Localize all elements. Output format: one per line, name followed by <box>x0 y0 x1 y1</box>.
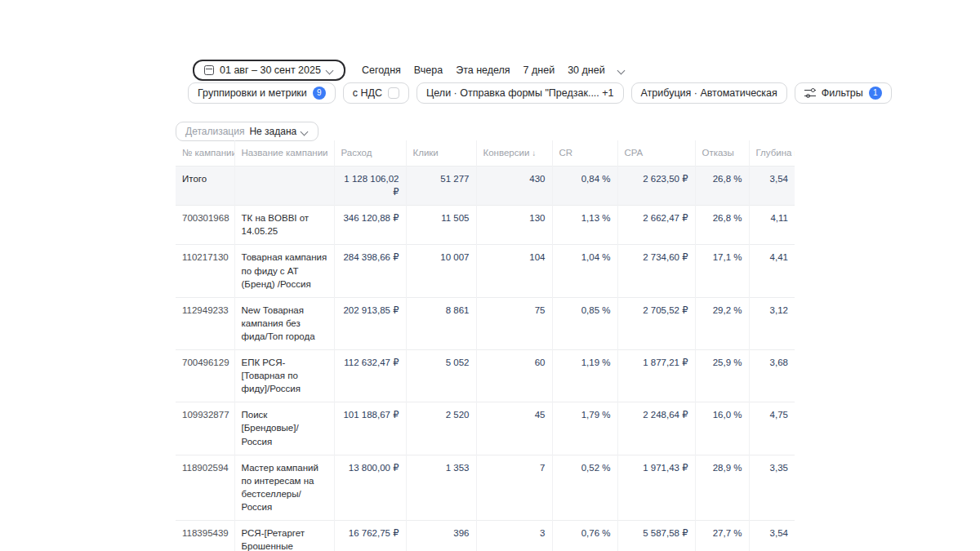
cell-conversions: 430 <box>476 167 552 206</box>
cell-cpa: 2 734,60 ₽ <box>617 245 695 297</box>
cell-cr: 1,79 % <box>552 402 617 455</box>
cell-spend: 101 188,67 ₽ <box>334 402 406 455</box>
attribution-button[interactable]: Атрибуция · Автоматическая <box>631 82 787 104</box>
cell-conversions: 75 <box>476 297 552 349</box>
filters-button[interactable]: Фильтры 1 <box>795 82 892 104</box>
cell-cr: 0,85 % <box>552 297 617 349</box>
table-header-row: № кампанииНазвание кампанииРасходКликиКо… <box>176 140 795 167</box>
cell-depth: 3,68 <box>749 350 795 402</box>
detail-selector[interactable]: Детализация Не задана <box>176 122 318 141</box>
cell-id[interactable]: 118395439 <box>176 520 234 551</box>
detail-value: Не задана <box>249 126 296 137</box>
cell-conversions: 60 <box>476 350 552 402</box>
cell-id[interactable]: 109932877 <box>176 402 234 455</box>
cell-bounce: 26,8 % <box>695 206 749 245</box>
filters-count-badge: 1 <box>869 87 882 100</box>
cell-id[interactable]: 112949233 <box>176 297 234 349</box>
cell-bounce: 25,9 % <box>695 350 749 402</box>
table-row: 112949233New Товарная кампания без фида/… <box>176 297 795 349</box>
cell-bounce: 29,2 % <box>695 297 749 349</box>
calendar-icon <box>204 65 214 75</box>
cell-spend: 13 800,00 ₽ <box>334 455 406 520</box>
cell-clicks: 5 052 <box>406 350 476 402</box>
date-range-value: 01 авг – 30 сент 2025 <box>220 64 321 76</box>
cell-cr: 0,52 % <box>552 455 617 520</box>
cell-clicks: 51 277 <box>406 167 476 206</box>
cell-bounce: 16,0 % <box>695 402 749 455</box>
column-header-cpa[interactable]: CPA <box>617 140 695 167</box>
cell-name[interactable]: ТК на BOBBI от 14.05.25 <box>234 206 334 245</box>
quick-range-yesterday[interactable]: Вчера <box>414 64 443 76</box>
cell-id[interactable]: 700301968 <box>176 206 234 245</box>
quick-range-today[interactable]: Сегодня <box>362 64 401 76</box>
cell-spend: 202 913,85 ₽ <box>334 297 406 349</box>
filters-label: Фильтры <box>822 87 863 99</box>
quick-range-this-week[interactable]: Эта неделя <box>456 64 510 76</box>
cell-depth: 4,75 <box>749 402 795 455</box>
cell-depth: 3,54 <box>749 167 795 206</box>
table-row: 700301968ТК на BOBBI от 14.05.25346 120,… <box>176 206 795 245</box>
chevron-down-icon[interactable] <box>618 67 626 74</box>
cell-cpa: 5 587,58 ₽ <box>617 520 695 551</box>
column-header-name[interactable]: Название кампании <box>234 140 334 167</box>
date-range-picker[interactable]: 01 авг – 30 сент 2025 <box>193 60 345 81</box>
filter-sliders-icon <box>804 88 816 98</box>
cell-cr: 0,76 % <box>552 520 617 551</box>
quick-range-7-days[interactable]: 7 дней <box>523 64 555 76</box>
cell-name[interactable]: Товарная кампания по фиду с АТ (Бренд) /… <box>234 245 334 297</box>
column-header-conversions[interactable]: Конверсии↓ <box>476 140 552 167</box>
cell-spend: 16 762,75 ₽ <box>334 520 406 551</box>
cell-id[interactable]: 110217130 <box>176 245 234 297</box>
table-row: 109932877Поиск [Брендовые]/ Россия101 18… <box>176 402 795 455</box>
cell-name[interactable]: ЕПК РСЯ-[Товарная по фиду]/Россия <box>234 350 334 402</box>
cell-name[interactable]: New Товарная кампания без фида/Топ город… <box>234 297 334 349</box>
cell-clicks: 2 520 <box>406 402 476 455</box>
cell-name[interactable]: РСЯ-[Ретаргет Брошенные корзины, Покупат… <box>234 520 334 551</box>
sort-descending-icon: ↓ <box>532 149 536 158</box>
cell-id[interactable]: 118902594 <box>176 455 234 520</box>
column-header-id[interactable]: № кампании <box>176 140 234 167</box>
cell-clicks: 11 505 <box>406 206 476 245</box>
cell-cr: 1,13 % <box>552 206 617 245</box>
cell-conversions: 3 <box>476 520 552 551</box>
campaigns-table: № кампанииНазвание кампанииРасходКликиКо… <box>176 140 796 551</box>
cell-cpa: 2 662,47 ₽ <box>617 206 695 245</box>
cell-bounce: 17,1 % <box>695 245 749 297</box>
chevron-down-icon <box>327 67 334 74</box>
cell-conversions: 7 <box>476 455 552 520</box>
total-row: Итого1 128 106,02 ₽51 2774300,84 %2 623,… <box>176 167 795 206</box>
cell-name[interactable]: Мастер кампаний по интересам на бестселл… <box>234 455 334 520</box>
toolbar-date-row: 01 авг – 30 сент 2025 Сегодня Вчера Эта … <box>193 60 626 81</box>
cell-id[interactable]: 700496129 <box>176 350 234 402</box>
column-header-bounce[interactable]: Отказы <box>695 140 749 167</box>
vat-checkbox[interactable] <box>388 87 399 99</box>
vat-toggle[interactable]: с НДС <box>343 82 409 104</box>
table-row: 118902594Мастер кампаний по интересам на… <box>176 455 795 520</box>
column-header-clicks[interactable]: Клики <box>406 140 476 167</box>
goals-button[interactable]: Цели · Отправка формы "Предзак.... +1 <box>416 82 623 104</box>
cell-depth: 3,54 <box>749 520 795 551</box>
goals-label: Цели · Отправка формы "Предзак.... +1 <box>426 87 613 99</box>
cell-name <box>234 167 334 206</box>
groupings-metrics-button[interactable]: Группировки и метрики 9 <box>188 82 336 104</box>
cell-clicks: 396 <box>406 520 476 551</box>
cell-cpa: 1 971,43 ₽ <box>617 455 695 520</box>
table-row: 118395439РСЯ-[Ретаргет Брошенные корзины… <box>176 520 795 551</box>
cell-cr: 1,19 % <box>552 350 617 402</box>
cell-cpa: 2 248,64 ₽ <box>617 402 695 455</box>
cell-clicks: 10 007 <box>406 245 476 297</box>
column-header-depth[interactable]: Глубина п... <box>749 140 795 167</box>
cell-id: Итого <box>176 167 234 206</box>
groupings-metrics-label: Группировки и метрики <box>198 87 307 99</box>
column-header-cr[interactable]: CR <box>552 140 617 167</box>
cell-name[interactable]: Поиск [Брендовые]/ Россия <box>234 402 334 455</box>
cell-spend: 346 120,88 ₽ <box>334 206 406 245</box>
cell-spend: 112 632,47 ₽ <box>334 350 406 402</box>
table-row: 700496129ЕПК РСЯ-[Товарная по фиду]/Росс… <box>176 350 795 402</box>
toolbar-filters-row: Группировки и метрики 9 с НДС Цели · Отп… <box>188 82 892 104</box>
cell-clicks: 1 353 <box>406 455 476 520</box>
quick-range-30-days[interactable]: 30 дней <box>568 64 605 76</box>
cell-cr: 1,04 % <box>552 245 617 297</box>
attribution-label: Атрибуция · Автоматическая <box>641 87 777 99</box>
column-header-spend[interactable]: Расход <box>334 140 406 167</box>
